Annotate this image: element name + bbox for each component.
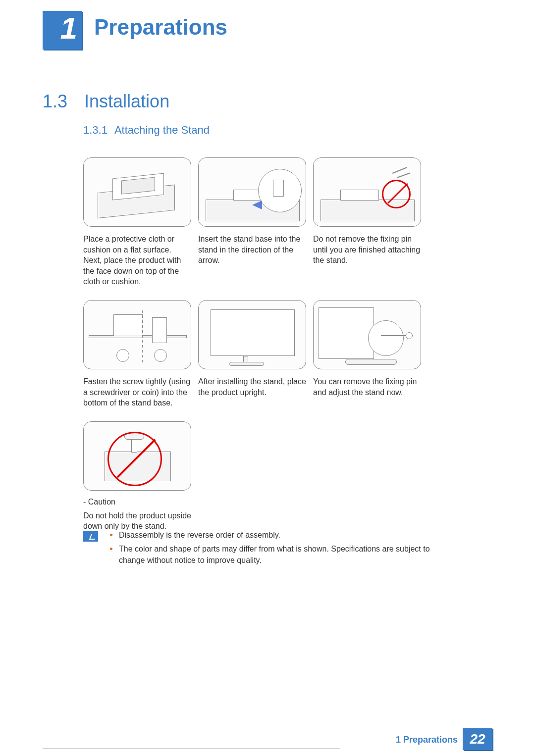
step-6-figure xyxy=(313,300,421,369)
step-4: Fasten the screw tightly (using a screwd… xyxy=(83,300,191,408)
step-caution: - Caution Do not hold the product upside… xyxy=(83,421,191,532)
note-item: The color and shape of parts may differ … xyxy=(110,544,440,566)
step-caution-figure xyxy=(83,421,191,491)
footer-rule xyxy=(43,748,340,749)
subsection-number: 1.3.1 xyxy=(83,124,107,137)
notes-list: Disassembly is the reverse order of asse… xyxy=(110,530,440,569)
step-5-caption: After installing the stand, place the pr… xyxy=(198,376,306,398)
chapter-number-badge: 1 xyxy=(43,11,82,50)
step-3-figure xyxy=(313,157,421,227)
section-heading: 1.3 Installation xyxy=(43,91,169,112)
step-5: After installing the stand, place the pr… xyxy=(198,300,306,408)
step-3-caption: Do not remove the fixing pin until you a… xyxy=(313,234,421,266)
step-2-figure xyxy=(198,157,306,227)
step-4-caption: Fasten the screw tightly (using a screwd… xyxy=(83,376,191,408)
step-1-caption: Place a protective cloth or cushion on a… xyxy=(83,234,191,287)
subsection-heading: 1.3.1 Attaching the Stand xyxy=(83,124,210,137)
step-1-figure xyxy=(83,157,191,227)
manual-page: 1 Preparations 1.3 Installation 1.3.1 At… xyxy=(0,0,535,756)
step-2-caption: Insert the stand base into the stand in … xyxy=(198,234,306,266)
chapter-title: Preparations xyxy=(94,15,227,40)
subsection-title: Attaching the Stand xyxy=(114,124,210,137)
footer-text: 1 Preparations xyxy=(396,735,458,745)
page-number-badge: 22 xyxy=(463,728,492,750)
chapter-number: 1 xyxy=(60,13,77,44)
step-2: Insert the stand base into the stand in … xyxy=(198,157,306,287)
page-number: 22 xyxy=(470,731,485,747)
steps-grid: Place a protective cloth or cushion on a… xyxy=(83,157,430,532)
page-header: 1 Preparations xyxy=(0,0,535,50)
note-item: Disassembly is the reverse order of asse… xyxy=(110,530,440,541)
caution-text: Do not hold the product upside down only… xyxy=(83,510,191,532)
note-icon xyxy=(83,531,98,542)
step-5-figure xyxy=(198,300,306,369)
caution-label: - Caution xyxy=(83,498,191,506)
step-6: You can remove the fixing pin and adjust… xyxy=(313,300,421,408)
section-title: Installation xyxy=(84,91,169,112)
notes-block: Disassembly is the reverse order of asse… xyxy=(83,530,440,569)
step-3: Do not remove the fixing pin until you a… xyxy=(313,157,421,287)
section-number: 1.3 xyxy=(43,91,67,112)
step-6-caption: You can remove the fixing pin and adjust… xyxy=(313,376,421,398)
step-1: Place a protective cloth or cushion on a… xyxy=(83,157,191,287)
step-4-figure xyxy=(83,300,191,369)
